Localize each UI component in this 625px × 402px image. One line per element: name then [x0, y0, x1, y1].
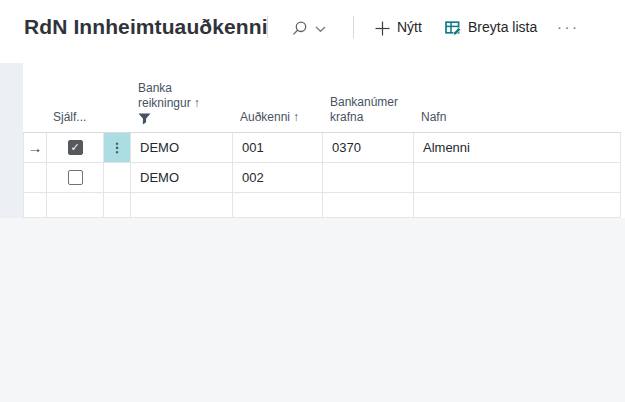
sort-ascending-icon: ↑ [293, 110, 299, 124]
column-header-menu [104, 63, 131, 133]
row-selector-cell [23, 193, 47, 218]
table-cell-audkenni[interactable]: 002 [233, 163, 323, 193]
edit-list-button-label: Breyta lista [468, 19, 537, 35]
column-header-bankanumer-krafna[interactable]: Bankanúmer krafna [323, 63, 414, 133]
row-selector-cell: → [23, 133, 47, 163]
page-background: Sjálf... Banka reikningur↑ Auðkenni↑ [0, 63, 625, 402]
table-cell-banka-reikningur[interactable]: DEMO [131, 133, 233, 163]
more-options-button[interactable]: ··· [557, 18, 580, 35]
column-header-audkenni[interactable]: Auðkenni↑ [233, 63, 323, 133]
table-cell-nafn[interactable] [414, 163, 621, 193]
row-menu-cell [104, 163, 131, 193]
table-cell-bankanumer[interactable]: 0370 [323, 133, 414, 163]
sort-ascending-icon: ↑ [194, 96, 200, 110]
column-header-label: Sjálf... [53, 110, 86, 125]
list-card: Sjálf... Banka reikningur↑ Auðkenni↑ [23, 63, 625, 218]
row-menu-cell [104, 193, 131, 218]
left-margin-strip [0, 63, 23, 218]
data-grid: Sjálf... Banka reikningur↑ Auðkenni↑ [23, 63, 625, 218]
table-cell-nafn[interactable]: Almenni [414, 133, 621, 163]
current-row-arrow-icon: → [28, 139, 43, 156]
new-button-label: Nýtt [397, 19, 422, 35]
column-header-label: Auðkenni↑ [240, 110, 299, 125]
column-header-label: krafna [330, 110, 363, 125]
table-cell-nafn[interactable] [414, 193, 621, 218]
table-cell-banka-reikningur[interactable]: DEMO [131, 163, 233, 193]
toolbar-divider [353, 16, 354, 38]
toolbar: RdN Innheimtuauðkenni [0, 0, 625, 63]
table-cell-bankanumer[interactable] [323, 193, 414, 218]
app-window: RdN Innheimtuauðkenni [0, 0, 625, 402]
row-checkbox[interactable] [68, 170, 83, 185]
table-cell-checkbox [47, 163, 104, 193]
row-menu-button[interactable]: ⋮ [104, 133, 131, 163]
column-header-sjalf[interactable]: Sjálf... [47, 63, 104, 133]
search-icon [290, 20, 308, 38]
new-button[interactable]: Nýtt [375, 20, 422, 36]
column-header-nafn[interactable]: Nafn [414, 63, 621, 133]
plus-icon [375, 21, 390, 36]
row-checkbox[interactable]: ✓ [68, 140, 83, 155]
column-header-label: reikningur↑ [138, 96, 200, 111]
column-header-select [23, 63, 47, 133]
toolbar-divider [267, 16, 268, 38]
table-cell-audkenni[interactable]: 001 [233, 133, 323, 163]
page-title: RdN Innheimtuauðkenni [24, 15, 268, 39]
table-cell-bankanumer[interactable] [323, 163, 414, 193]
edit-list-button[interactable]: Breyta lista [445, 20, 537, 36]
filter-icon [138, 113, 151, 125]
table-cell-checkbox [47, 193, 104, 218]
column-header-label: Bankanúmer [330, 95, 398, 110]
column-header-label: Banka [138, 81, 172, 96]
column-header-label: Nafn [421, 110, 446, 125]
table-cell-checkbox: ✓ [47, 133, 104, 163]
table-cell-audkenni[interactable] [233, 193, 323, 218]
column-header-banka-reikningur[interactable]: Banka reikningur↑ [131, 63, 233, 133]
check-icon: ✓ [70, 142, 79, 153]
row-selector-cell [23, 163, 47, 193]
table-cell-banka-reikningur[interactable] [131, 193, 233, 218]
chevron-down-icon [315, 26, 326, 33]
search-button[interactable] [290, 20, 326, 38]
vertical-ellipsis-icon: ⋮ [111, 141, 124, 154]
edit-list-icon [445, 20, 461, 36]
